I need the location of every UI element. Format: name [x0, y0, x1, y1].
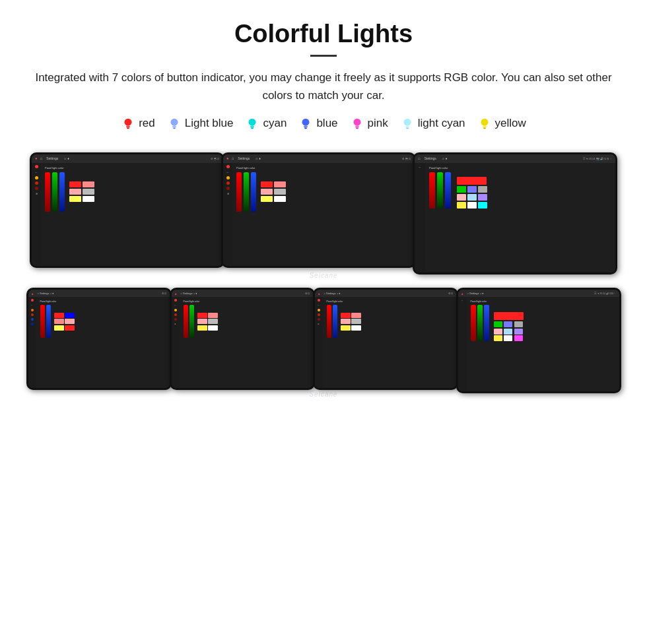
back-arrow-1: ← [35, 170, 38, 174]
mock-rail-4: ← [28, 297, 36, 388]
svg-point-3 [170, 119, 178, 126]
settings-icons-1: ☼ ♦ [63, 156, 69, 160]
mock-bar-3: ⌂ Settings ☼ ♦ ☰ ♥ 20:24 📷 🔊 ⊡ ⊟ → [415, 154, 615, 163]
sw-2-2 [274, 181, 286, 187]
bottom-screens-row: ● ⌂ Settings ☼♦ ⚙⊡ ← [26, 286, 621, 394]
settings-label-3: Settings [425, 156, 436, 160]
sw-2-5 [261, 196, 273, 202]
status-dot-1: ● [35, 156, 38, 160]
panel-label-1: Panel light color [45, 166, 219, 170]
mock-rail-5: ← ⊕ [172, 297, 180, 388]
bar-green-1 [52, 172, 57, 212]
mock-body-4: ← Panel light color [28, 297, 170, 388]
svg-rect-17 [406, 128, 409, 129]
mock-bar-5: ● ⌂ Settings ☼♦ ⚙⊡ [172, 290, 313, 297]
bar-red-1 [45, 172, 50, 212]
mock-body-2: ← ⊕ Panel light color [223, 163, 414, 266]
bar-green-2 [244, 172, 249, 212]
sw-1-6 [83, 196, 94, 202]
home-icon-1: ⌂ [40, 156, 43, 160]
mock-main-5: Panel light color [180, 297, 313, 388]
page-description: Integrated with 7 colors of button indic… [26, 69, 621, 104]
mock-body-5: ← ⊕ Panel light color [172, 297, 313, 388]
svg-rect-4 [172, 126, 176, 128]
mock-screen-6: ● ⌂ Settings ☼♦ ⚙⊡ ← ⊕ [313, 288, 458, 390]
mock-bar-2: ● ⌂ Settings ☼ ♦ ⚙ ⬒ ⊡ [223, 154, 414, 163]
color-item-blue: blue [298, 116, 337, 131]
mock-bar-4: ● ⌂ Settings ☼♦ ⚙⊡ [28, 290, 170, 297]
bar-blue-2 [251, 172, 256, 212]
svg-rect-7 [251, 126, 255, 128]
rail-dot-orange-1 [35, 176, 38, 179]
screen-block-7: ● ⌂ Settings ☼♦ ☰ ♥ 20:24 🔊 ⊡⊟→ ← Panel … [456, 286, 621, 394]
screen-block-3: ⌂ Settings ☼ ♦ ☰ ♥ 20:24 📷 🔊 ⊡ ⊟ → ← Pan… [413, 150, 617, 274]
color-bars-3 [429, 172, 611, 209]
yellow-bulb-icon [477, 116, 492, 131]
svg-rect-20 [483, 128, 486, 129]
svg-rect-16 [405, 126, 409, 128]
svg-point-12 [353, 119, 360, 126]
screen-block-2: ● ⌂ Settings ☼ ♦ ⚙ ⬒ ⊡ ← [221, 150, 416, 274]
status-icons-2: ⚙ ⬒ ⊡ [402, 157, 411, 160]
mock-main-6: Panel light color [323, 297, 456, 388]
sw-2-6 [274, 196, 286, 202]
rail-dot-orange-2 [226, 176, 230, 179]
color-label-yellow: yellow [495, 117, 526, 130]
sw-1-4 [83, 189, 94, 195]
settings-label-2: Settings [238, 156, 250, 160]
mock-rail-6: ← ⊕ [315, 297, 323, 388]
swatches-3 [457, 177, 487, 209]
svg-point-15 [403, 119, 411, 126]
home-icon-2: ⌂ [232, 156, 234, 160]
status-icons-3: ☰ ♥ 20:24 📷 🔊 ⊡ ⊟ → [583, 157, 612, 160]
mock-bar-6: ● ⌂ Settings ☼♦ ⚙⊡ [315, 290, 456, 297]
mock-body-7: ← Panel light color [458, 297, 619, 391]
svg-rect-5 [173, 128, 176, 129]
rail-dot-red-2 [226, 165, 230, 168]
top-screens-row: ● ⌂ Settings ☼ ♦ ⚙ ⬒ ⊡ ← [26, 150, 621, 274]
sw-1-5 [69, 196, 81, 202]
color-item-lightcyan: light cyan [400, 116, 465, 131]
mock-body-6: ← ⊕ Panel light color [315, 297, 456, 388]
bar-blue-3 [445, 172, 451, 209]
mock-screen-2: ● ⌂ Settings ☼ ♦ ⚙ ⬒ ⊡ ← [221, 152, 416, 268]
mock-main-2: Panel light color [232, 163, 414, 266]
status-dot-2: ● [226, 156, 229, 160]
settings-icons-2: ☼ ♦ [255, 156, 261, 160]
bar-green-3 [437, 172, 443, 209]
swatches-1 [69, 181, 94, 202]
rail-dot-darker-2 [226, 187, 230, 190]
color-label-red: red [139, 117, 155, 130]
bar-red-2 [236, 172, 242, 212]
mock-body-3: ← Panel light color [415, 163, 615, 273]
color-item-cyan: cyan [245, 116, 287, 131]
color-label-lightcyan: light cyan [418, 117, 465, 130]
settings-icon-2: ⊕ [227, 192, 229, 195]
svg-point-0 [125, 119, 132, 126]
mock-main-1: Panel light color [41, 163, 222, 266]
mock-bar-1: ● ⌂ Settings ☼ ♦ ⚙ ⬒ ⊡ [32, 154, 222, 163]
mock-screen-5: ● ⌂ Settings ☼♦ ⚙⊡ ← ⊕ [170, 288, 315, 390]
svg-rect-13 [355, 126, 359, 128]
mock-rail-7: ← [458, 297, 467, 391]
mock-main-4: Panel light color [36, 297, 170, 388]
svg-rect-8 [252, 128, 254, 129]
screen-block-1: ● ⌂ Settings ☼ ♦ ⚙ ⬒ ⊡ ← [30, 150, 224, 274]
svg-rect-14 [356, 128, 358, 129]
svg-rect-2 [127, 128, 129, 129]
rail-dot-dark-2 [226, 181, 230, 185]
mock-rail-3: ← [415, 163, 425, 273]
svg-rect-10 [304, 126, 308, 128]
mock-rail-2: ← ⊕ [223, 163, 232, 266]
mock-screen-1: ● ⌂ Settings ☼ ♦ ⚙ ⬒ ⊡ ← [30, 152, 224, 268]
svg-rect-1 [126, 126, 130, 128]
page-title: Colorful Lights [26, 20, 621, 48]
screens-wrapper-bottom: ● ⌂ Settings ☼♦ ⚙⊡ ← [26, 286, 621, 399]
mock-main-3: Panel light color [425, 163, 615, 273]
screen-block-5: ● ⌂ Settings ☼♦ ⚙⊡ ← ⊕ [170, 286, 315, 394]
color-label-cyan: cyan [263, 117, 287, 130]
screen-block-6: ● ⌂ Settings ☼♦ ⚙⊡ ← ⊕ [313, 286, 458, 394]
title-divider [310, 55, 337, 57]
settings-label-1: Settings [46, 156, 58, 160]
pink-bulb-icon [350, 116, 364, 131]
